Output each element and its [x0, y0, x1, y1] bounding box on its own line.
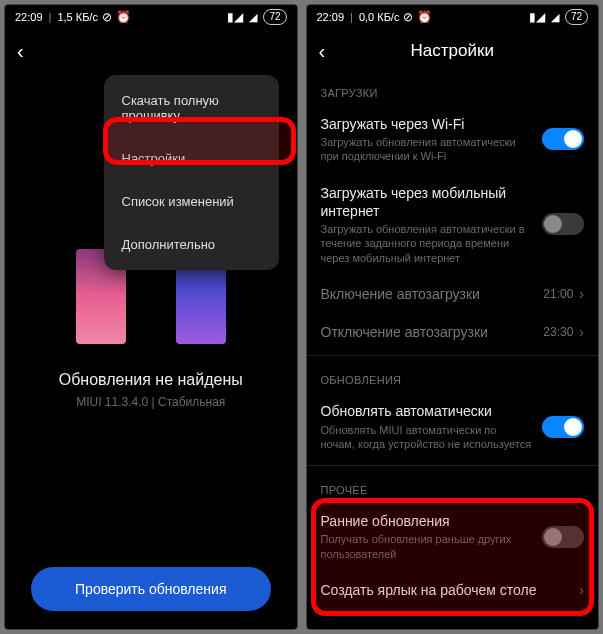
status-net: 1,5 КБ/с — [57, 11, 98, 23]
status-net: 0,0 КБ/с — [359, 11, 400, 23]
setting-title: Загружать через Wi-Fi — [321, 115, 533, 133]
menu-item-additional[interactable]: Дополнительно — [104, 223, 279, 266]
setting-desc: Загружать обновления автоматически в теч… — [321, 222, 533, 265]
section-other: ПРОЧЕЕ — [321, 484, 585, 496]
signal-icon: ▮◢ — [227, 10, 243, 24]
status-bar: 22:09 | 0,0 КБ/с ⊘ ⏰ ▮◢ ◢ 72 — [307, 5, 599, 29]
setting-value: 23:30 — [543, 325, 573, 339]
setting-auto-update[interactable]: Обновлять автоматически Обновлять MIUI а… — [321, 392, 585, 461]
chevron-right-icon: › — [579, 286, 584, 302]
setting-early-updates[interactable]: Ранние обновления Получать обновления ра… — [321, 502, 585, 571]
check-updates-button[interactable]: Проверить обновления — [31, 567, 271, 611]
status-bar: 22:09 | 1,5 КБ/с ⊘ ⏰ ▮◢ ◢ 72 — [5, 5, 297, 29]
page-title: Настройки — [319, 41, 587, 61]
divider — [307, 355, 599, 356]
header: ‹ — [5, 29, 297, 73]
phone-left: 22:09 | 1,5 КБ/с ⊘ ⏰ ▮◢ ◢ 72 ‹ Скачать п… — [4, 4, 298, 630]
settings-list[interactable]: ЗАГРУЗКИ Загружать через Wi-Fi Загружать… — [307, 73, 599, 629]
toggle-wifi-download[interactable] — [542, 128, 584, 150]
menu-item-settings[interactable]: Настройки — [104, 137, 279, 180]
setting-title: Загружать через мобильный интернет — [321, 184, 533, 220]
divider — [307, 465, 599, 466]
setting-mobile-download[interactable]: Загружать через мобильный интернет Загру… — [321, 174, 585, 275]
update-status-text: Обновления не найдены — [5, 371, 297, 389]
header: ‹ Настройки — [307, 29, 599, 73]
status-time: 22:09 — [15, 11, 43, 23]
setting-desc: Загружать обновления автоматически при п… — [321, 135, 533, 164]
setting-title: Ранние обновления — [321, 512, 533, 530]
setting-autoload-on[interactable]: Включение автозагрузки 21:00 › — [321, 275, 585, 313]
status-time: 22:09 — [317, 11, 345, 23]
phone-right: 22:09 | 0,0 КБ/с ⊘ ⏰ ▮◢ ◢ 72 ‹ Настройки… — [306, 4, 600, 630]
miui-version: MIUI 11.3.4.0 | Стабильная — [5, 395, 297, 409]
setting-title: Отключение автозагрузки — [321, 323, 534, 341]
toggle-auto-update[interactable] — [542, 416, 584, 438]
battery-indicator: 72 — [263, 9, 286, 25]
section-updates: ОБНОВЛЕНИЯ — [321, 374, 585, 386]
setting-title: Обновлять автоматически — [321, 402, 533, 420]
battery-indicator: 72 — [565, 9, 588, 25]
setting-wifi-download[interactable]: Загружать через Wi-Fi Загружать обновлен… — [321, 105, 585, 174]
context-menu: Скачать полную прошивку Настройки Список… — [104, 75, 279, 270]
signal-icon: ▮◢ — [529, 10, 545, 24]
section-downloads: ЗАГРУЗКИ — [321, 87, 585, 99]
toggle-early-updates[interactable] — [542, 526, 584, 548]
toggle-mobile-download[interactable] — [542, 213, 584, 235]
setting-create-shortcut[interactable]: Создать ярлык на рабочем столе › — [321, 571, 585, 609]
chevron-right-icon: › — [579, 582, 584, 598]
wifi-icon: ◢ — [249, 11, 257, 24]
menu-item-download-full[interactable]: Скачать полную прошивку — [104, 79, 279, 137]
menu-item-changelog[interactable]: Список изменений — [104, 180, 279, 223]
chevron-right-icon: › — [579, 324, 584, 340]
setting-value: 21:00 — [543, 287, 573, 301]
setting-autoload-off[interactable]: Отключение автозагрузки 23:30 › — [321, 313, 585, 351]
alarm-icon: ⏰ — [116, 10, 131, 24]
back-icon[interactable]: ‹ — [17, 40, 41, 63]
setting-desc: Обновлять MIUI автоматически по ночам, к… — [321, 423, 533, 452]
setting-title: Включение автозагрузки — [321, 285, 534, 303]
alarm-icon: ⏰ — [417, 10, 432, 24]
wifi-icon: ◢ — [551, 11, 559, 24]
setting-title: Создать ярлык на рабочем столе — [321, 581, 570, 599]
setting-desc: Получать обновления раньше других пользо… — [321, 532, 533, 561]
dnd-icon: ⊘ — [403, 10, 413, 24]
dnd-icon: ⊘ — [102, 10, 112, 24]
